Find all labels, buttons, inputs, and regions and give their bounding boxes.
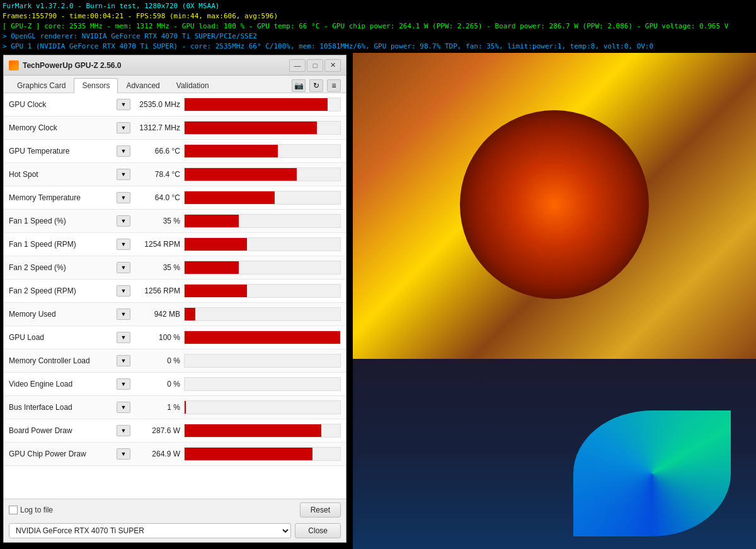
sensor-bar-container xyxy=(184,377,341,391)
sensor-row: Hot Spot▼78.4 °C xyxy=(4,163,346,186)
sensor-name: GPU Clock xyxy=(6,100,117,109)
sensor-value: 0 % xyxy=(130,356,184,365)
sensor-bar xyxy=(185,448,312,460)
sensor-bar xyxy=(185,331,340,344)
sensor-row: Bus Interface Load▼1 % xyxy=(4,396,346,419)
sensor-name: GPU Chip Power Draw xyxy=(6,450,117,458)
sensor-dropdown[interactable]: ▼ xyxy=(117,448,130,460)
furmark-line-5: > GPU 1 (NVIDIA GeForce RTX 4070 Ti SUPE… xyxy=(3,42,753,52)
gpuz-icon xyxy=(9,60,19,71)
sensor-dropdown[interactable]: ▼ xyxy=(117,262,130,273)
sensor-dropdown[interactable]: ▼ xyxy=(117,425,130,436)
furmark-line-2: Frames:155790 - time:00:04:21 - FPS:598 … xyxy=(3,11,753,21)
refresh-icon[interactable]: ↻ xyxy=(309,79,323,92)
sensor-bar-container xyxy=(184,424,341,438)
gpu-selector-row: NVIDIA GeForce RTX 4070 Ti SUPER Close xyxy=(4,521,346,542)
sensor-name: Hot Spot xyxy=(6,170,117,179)
tab-icons: 📷 ↻ ≡ xyxy=(292,79,341,92)
sensor-value: 0 % xyxy=(130,380,184,388)
sensor-bar-container xyxy=(184,307,341,321)
sensor-dropdown[interactable]: ▼ xyxy=(117,169,130,180)
close-button[interactable]: Close xyxy=(295,523,341,538)
sensor-row: Fan 2 Speed (%)▼35 % xyxy=(4,256,346,280)
window-title: TechPowerUp GPU-Z 2.56.0 xyxy=(23,61,289,70)
tab-graphics-card[interactable]: Graphics Card xyxy=(9,78,74,93)
tab-advanced[interactable]: Advanced xyxy=(118,78,168,93)
bottom-controls: Log to file Reset xyxy=(4,499,346,521)
sensor-dropdown[interactable]: ▼ xyxy=(117,378,130,390)
sensor-value: 35 % xyxy=(130,263,184,272)
sensor-value: 35 % xyxy=(130,217,184,225)
title-bar: TechPowerUp GPU-Z 2.56.0 — □ ✕ xyxy=(4,55,346,76)
sensor-value: 1 % xyxy=(130,403,184,412)
sensor-row: Memory Used▼942 MB xyxy=(4,303,346,326)
sensor-dropdown[interactable]: ▼ xyxy=(117,192,130,203)
sensor-row: Memory Temperature▼64.0 °C xyxy=(4,186,346,210)
sensor-bar xyxy=(185,168,297,181)
sensor-row: Fan 1 Speed (%)▼35 % xyxy=(4,210,346,233)
sensor-value: 1254 RPM xyxy=(130,240,184,249)
tab-bar: Graphics Card Sensors Advanced Validatio… xyxy=(4,76,346,93)
close-window-button[interactable]: ✕ xyxy=(324,59,341,72)
sensor-bar-container xyxy=(184,331,341,344)
window-bottom: Log to file Reset NVIDIA GeForce RTX 407… xyxy=(4,499,346,542)
log-to-file-label: Log to file xyxy=(9,506,53,514)
sensor-value: 264.9 W xyxy=(130,450,184,458)
log-checkbox[interactable] xyxy=(9,506,18,514)
furmark-line-1: FurMark v1.37.2.0 - Burn-in test, 1280x7… xyxy=(3,1,753,11)
log-label: Log to file xyxy=(20,506,53,514)
sensor-bar-container xyxy=(184,121,341,135)
tab-sensors[interactable]: Sensors xyxy=(74,78,118,93)
sensor-bar xyxy=(185,261,239,274)
sensor-bar xyxy=(185,145,278,157)
sensor-name: Video Engine Load xyxy=(6,380,117,388)
sensor-bar-container xyxy=(184,167,341,181)
maximize-button[interactable]: □ xyxy=(307,59,323,72)
menu-icon[interactable]: ≡ xyxy=(327,79,341,92)
sensor-dropdown[interactable]: ▼ xyxy=(117,215,130,227)
sensor-name: Fan 1 Speed (%) xyxy=(6,217,117,225)
sensor-bar xyxy=(185,424,321,437)
sensor-bar xyxy=(185,215,239,227)
furmark-line-4: > OpenGL renderer: NVIDIA GeForce RTX 40… xyxy=(3,31,753,42)
sensor-dropdown[interactable]: ▼ xyxy=(117,285,130,297)
furmark-render xyxy=(353,50,756,359)
sensor-dropdown[interactable]: ▼ xyxy=(117,308,130,320)
sensor-row: Video Engine Load▼0 % xyxy=(4,373,346,396)
sensor-bar xyxy=(185,98,328,111)
sensor-value: 1256 RPM xyxy=(130,286,184,295)
sensor-row: Memory Clock▼1312.7 MHz xyxy=(4,116,346,140)
sensor-row: GPU Clock▼2535.0 MHz xyxy=(4,93,346,116)
sensor-value: 1312.7 MHz xyxy=(130,123,184,132)
sensor-bar-container xyxy=(184,144,341,158)
sensor-value: 64.0 °C xyxy=(130,193,184,202)
minimize-button[interactable]: — xyxy=(289,59,306,72)
sensor-dropdown[interactable]: ▼ xyxy=(117,99,130,110)
tab-validation[interactable]: Validation xyxy=(168,78,217,93)
sensor-bar-container xyxy=(184,237,341,251)
sensor-dropdown[interactable]: ▼ xyxy=(117,332,130,343)
camera-icon[interactable]: 📷 xyxy=(292,79,306,92)
sensor-bar xyxy=(185,285,247,297)
sensor-bar-container xyxy=(184,191,341,205)
sensor-value: 78.4 °C xyxy=(130,170,184,179)
sensor-row: GPU Temperature▼66.6 °C xyxy=(4,140,346,163)
sensor-dropdown[interactable]: ▼ xyxy=(117,355,130,366)
sensor-bar-container xyxy=(184,400,341,414)
sensor-value: 100 % xyxy=(130,333,184,342)
gpu-selector[interactable]: NVIDIA GeForce RTX 4070 Ti SUPER xyxy=(9,523,291,538)
sensor-name: Fan 2 Speed (RPM) xyxy=(6,286,117,295)
sensor-value: 942 MB xyxy=(130,310,184,319)
title-controls: — □ ✕ xyxy=(289,59,341,72)
sensor-dropdown[interactable]: ▼ xyxy=(117,239,130,250)
sensor-row: Memory Controller Load▼0 % xyxy=(4,349,346,373)
windows-bg xyxy=(353,359,756,549)
sensor-dropdown[interactable]: ▼ xyxy=(117,402,130,413)
sensor-name: Memory Temperature xyxy=(6,193,117,202)
sensor-name: Memory Controller Load xyxy=(6,356,117,365)
sensor-dropdown[interactable]: ▼ xyxy=(117,145,130,157)
reset-button[interactable]: Reset xyxy=(300,502,341,518)
sensor-dropdown[interactable]: ▼ xyxy=(117,122,130,133)
sensor-row: GPU Chip Power Draw▼264.9 W xyxy=(4,443,346,466)
sensor-value: 2535.0 MHz xyxy=(130,100,184,109)
